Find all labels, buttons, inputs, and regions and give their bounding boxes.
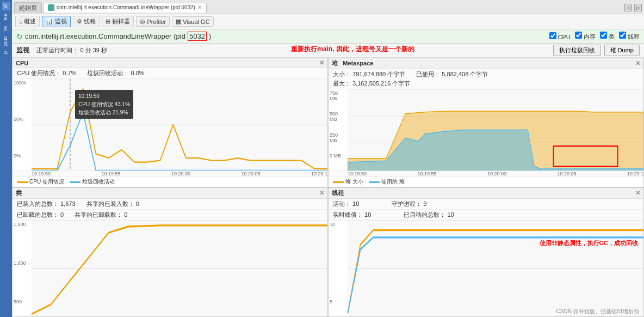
cpu-usage-label: CPU 使用情况： 0.7% [17, 69, 76, 77]
tooltip-gc-value: 21.9% [113, 109, 128, 115]
threads-active-val: 10 [352, 200, 359, 207]
watermark: CSDN @补短版、强基础51增后劲 [556, 308, 639, 315]
cpu-legend-cpu-color [17, 181, 28, 183]
heap-x-0: 10:19:50 [348, 171, 367, 176]
annotation-top-text: 重新执行main, 因此，进程号又是一个新的 [291, 45, 414, 53]
cpu-chart-body: 100% 50% 0% [13, 79, 327, 170]
tab-start[interactable]: 起始页 [14, 2, 42, 13]
cpu-panel: CPU ✕ CPU 使用情况： 0.7% 垃圾回收活动： 0.0% 100% [12, 58, 328, 187]
toolbar-profiler[interactable]: ◎ Profiler [136, 16, 170, 27]
cpu-checkbox[interactable] [549, 32, 556, 39]
classes-loaded: 已装入的总数： 1,673 [17, 200, 76, 208]
classes-y-1000: 1,000 [14, 260, 30, 266]
cpu-legend-gc-color [70, 181, 81, 183]
toolbar-monitor[interactable]: 📊 监视 [42, 16, 71, 27]
heap-y-750: 750 MB [330, 90, 346, 101]
classes-y-1500: 1,500 [14, 222, 30, 227]
classes-stats: 已装入的总数： 1,673 共享的已装入数： 0 [13, 199, 327, 210]
dump-button[interactable]: 堆 Dump [604, 45, 640, 56]
classes-y-500: 500 [14, 299, 30, 304]
memory-checkbox-label[interactable]: 内存 [575, 32, 596, 41]
memory-checkbox[interactable] [575, 32, 582, 39]
threads-total-val: 10 [447, 211, 454, 218]
cpu-x-4: 10:20:1 [311, 171, 327, 176]
cpu-x-3: 10:20:05 [241, 171, 260, 176]
heap-x-axis: 10:19:50 10:19:55 10:20:00 10:20:05 10:2… [329, 170, 643, 176]
classes-checkbox-label[interactable]: 类 [600, 32, 615, 41]
cpu-y-50: 50% [14, 117, 30, 122]
section-label: 监视 正常运行时间： 0 分 39 秒 [16, 46, 107, 55]
heap-used: 已使用： 5,882,408 个字节 [416, 70, 488, 78]
uptime-value: 0 分 39 秒 [80, 47, 107, 53]
cpu-close-icon[interactable]: ✕ [319, 59, 324, 66]
heap-subtitle: Metaspace [343, 60, 373, 66]
threads-label: 线程 [84, 17, 96, 26]
classes-shared-loaded-key: 共享的已装入数： [86, 200, 134, 207]
toolbar-threads[interactable]: ⚙ 线程 [73, 16, 100, 27]
heap-size: 大小： 791,674,880 个字节 [333, 70, 405, 78]
monitor-section-title: 监视 [16, 46, 29, 54]
win-prev-btn[interactable]: ◁ [624, 4, 632, 11]
process-id: 5032 [188, 32, 207, 41]
heap-chart-svg [348, 89, 643, 170]
threads-checkbox[interactable] [619, 32, 626, 39]
heap-x-3: 10:20:05 [557, 171, 576, 176]
tab-process[interactable]: com.intellij.rt.execution.CommandLineWra… [43, 3, 207, 13]
threads-daemon: 守护进程： 9 [392, 200, 426, 208]
watermark-text: CSDN @补短版、强基础51增后劲 [556, 308, 639, 314]
heap-x-1: 10:19:55 [417, 171, 436, 176]
classes-chart-svg [32, 221, 327, 316]
threads-active: 活动： 10 [333, 200, 359, 208]
heap-panel: 堆 Metaspace ✕ 大小： 791,674,880 个字节 已使用： [328, 58, 644, 187]
overview-label: 概述 [24, 17, 36, 26]
cpu-x-2: 10:20:00 [171, 171, 190, 176]
cpu-y-0: 0% [14, 153, 30, 158]
threads-checkbox-label[interactable]: 线程 [619, 32, 640, 41]
tooltip-gc-label: 垃圾回收活动 [78, 109, 111, 115]
threads-active-key: 活动： [333, 200, 351, 207]
toolbar-overview[interactable]: ≡ 概述 [15, 16, 40, 27]
classes-loaded-val: 1,673 [60, 200, 76, 207]
tooltip-cpu-row: CPU 使用情况 43.1% [78, 100, 130, 108]
toolbar-sampler[interactable]: ⊞ 抽样器 [102, 16, 134, 27]
toolbar-visual-gc[interactable]: ▦ Visual GC [172, 16, 213, 27]
pid-close: ) [209, 32, 211, 40]
threads-y-axis: 10 5 [329, 221, 348, 306]
sidebar-item-pi[interactable]: pi [2, 2, 10, 10]
sidebar-item-d[interactable]: d [2, 49, 10, 56]
window-controls: ◁ ▷ [624, 4, 642, 11]
content-area: 起始页 com.intellij.rt.execution.CommandLin… [12, 0, 644, 317]
heap-close-icon[interactable]: ✕ [635, 60, 640, 67]
classes-shared-unloaded-key: 共享的已卸载数： [75, 211, 122, 218]
pid-label: (pid [174, 32, 185, 40]
cpu-x-axis: 10:19:50 10:19:55 10:20:00 10:20:05 10:2… [13, 170, 327, 176]
gc-button[interactable]: 执行垃圾回收 [553, 45, 601, 56]
overview-icon: ≡ [19, 19, 22, 25]
classes-unloaded-val: 0 [60, 211, 64, 218]
classes-chart-body: 1,500 1,000 500 [13, 221, 327, 316]
sidebar-item-ma[interactable]: ma [2, 11, 10, 23]
heap-y-500: 500 MB [330, 111, 346, 122]
threads-chart-content [348, 221, 643, 316]
cpu-legend-gc: 垃圾回收活动 [70, 178, 115, 186]
heap-chart-body: 750 MB 500 MB 250 MB 0 MB [329, 89, 643, 170]
classes-checkbox[interactable] [600, 32, 607, 39]
classes-shared-unloaded: 共享的已卸载数： 0 [75, 211, 127, 219]
heap-used-key: 已使用： [416, 71, 440, 77]
threads-close-icon[interactable]: ✕ [635, 190, 640, 197]
heap-max-key: 最大： [333, 80, 351, 87]
win-next-btn[interactable]: ▷ [634, 4, 642, 11]
tab-close-icon[interactable]: ✕ [197, 4, 202, 10]
monitor-label: 监视 [55, 17, 67, 26]
cpu-chart-content: 10:19:50 CPU 使用情况 43.1% 垃圾回收活动 21.9% [32, 79, 327, 170]
classes-close-icon[interactable]: ✕ [319, 190, 324, 197]
heap-panel-header: 堆 Metaspace ✕ [329, 58, 643, 69]
cpu-checkbox-label[interactable]: CPU [549, 32, 571, 40]
annotation-top: 重新执行main, 因此，进程号又是一个新的 [291, 45, 414, 54]
sidebar-item-cmd[interactable]: cmd [2, 34, 10, 48]
visual-gc-icon: ▦ [176, 18, 181, 25]
cpu-gc-key: 垃圾回收活动： [87, 70, 129, 76]
sampler-icon: ⊞ [106, 18, 110, 25]
threads-peak-val: 10 [364, 211, 371, 218]
sidebar-item-ec[interactable]: ec [2, 24, 10, 34]
